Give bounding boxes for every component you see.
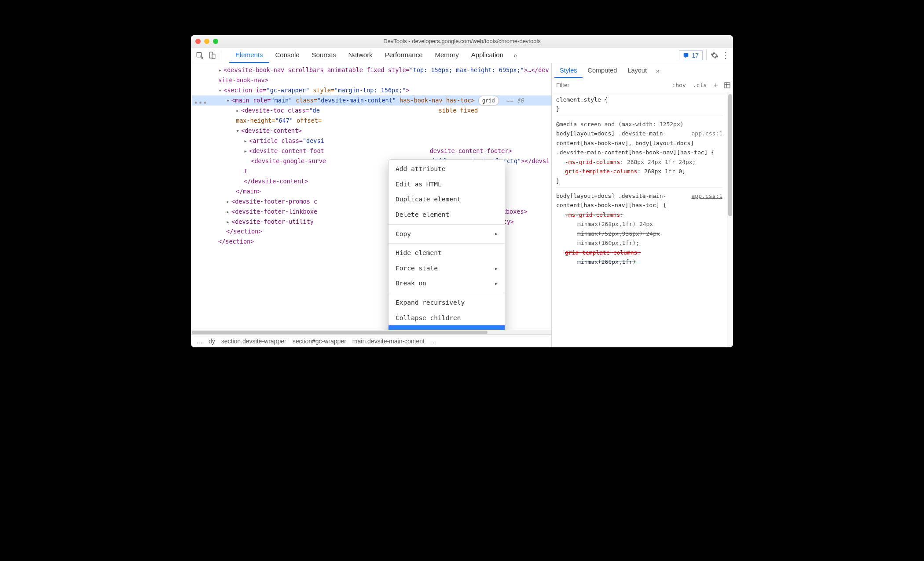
breadcrumb-overflow-left[interactable]: … bbox=[196, 338, 202, 345]
new-rule-icon[interactable]: + bbox=[710, 81, 722, 90]
ctx-break-on[interactable]: Break on bbox=[389, 276, 505, 291]
styles-panel: Styles Computed Layout » :hov .cls + ele… bbox=[552, 63, 733, 347]
main-toolbar: Elements Console Sources Network Perform… bbox=[191, 47, 733, 63]
errors-count: 17 bbox=[692, 52, 699, 59]
svg-rect-2 bbox=[212, 54, 215, 59]
tab-console[interactable]: Console bbox=[269, 47, 306, 63]
style-rules[interactable]: element.style { } @media screen and (max… bbox=[552, 92, 727, 347]
styles-filter-input[interactable] bbox=[552, 78, 668, 92]
tab-performance[interactable]: Performance bbox=[379, 47, 429, 63]
breadcrumb: … dy section.devsite-wrapper section#gc-… bbox=[191, 334, 551, 347]
tab-memory[interactable]: Memory bbox=[429, 47, 465, 63]
cls-button[interactable]: .cls bbox=[689, 82, 710, 88]
tab-elements[interactable]: Elements bbox=[229, 47, 269, 63]
breadcrumb-item[interactable]: section.devsite-wrapper bbox=[221, 338, 286, 345]
breadcrumb-item[interactable]: main.devsite-main-content bbox=[352, 338, 425, 345]
stylesheet-link[interactable]: app.css:1 bbox=[692, 129, 722, 138]
svg-rect-4 bbox=[725, 83, 730, 88]
breadcrumb-item[interactable]: dy bbox=[209, 338, 215, 345]
tab-sources[interactable]: Sources bbox=[306, 47, 342, 63]
ctx-copy[interactable]: Copy bbox=[389, 226, 505, 242]
stab-layout[interactable]: Layout bbox=[622, 63, 652, 78]
ctx-force-state[interactable]: Force state bbox=[389, 261, 505, 276]
ctx-duplicate-element[interactable]: Duplicate element bbox=[389, 192, 505, 207]
window-title: DevTools - developers.google.com/web/too… bbox=[191, 38, 733, 44]
ctx-capture-node-screenshot[interactable]: Capture node screenshot bbox=[389, 325, 505, 330]
tab-network[interactable]: Network bbox=[342, 47, 379, 63]
svg-rect-3 bbox=[684, 53, 689, 56]
titlebar: DevTools - developers.google.com/web/too… bbox=[191, 35, 733, 47]
ctx-add-attribute[interactable]: Add attribute bbox=[389, 161, 505, 177]
ctx-collapse-children[interactable]: Collapse children bbox=[389, 310, 505, 326]
kebab-icon[interactable]: ⋮ bbox=[721, 47, 730, 63]
stab-styles[interactable]: Styles bbox=[554, 63, 583, 78]
breadcrumb-item[interactable]: section#gc-wrapper bbox=[293, 338, 346, 345]
ctx-expand-recursively[interactable]: Expand recursively bbox=[389, 295, 505, 310]
dom-tree[interactable]: ▸<devsite-book-nav scrollbars animatable… bbox=[191, 63, 551, 330]
elements-panel: ▸<devsite-book-nav scrollbars animatable… bbox=[191, 63, 552, 347]
stab-computed[interactable]: Computed bbox=[583, 63, 623, 78]
device-toolbar-icon[interactable] bbox=[206, 47, 218, 63]
computed-toggle-icon[interactable] bbox=[722, 82, 733, 89]
gutter-dots-icon[interactable]: ••• bbox=[194, 97, 208, 109]
context-menu: Add attribute Edit as HTML Duplicate ele… bbox=[388, 159, 505, 330]
devtools-window: DevTools - developers.google.com/web/too… bbox=[191, 35, 733, 347]
stylesheet-link[interactable]: app.css:1 bbox=[692, 191, 722, 200]
horizontal-scrollbar[interactable] bbox=[191, 330, 551, 334]
hov-button[interactable]: :hov bbox=[668, 82, 689, 88]
inspect-element-icon[interactable] bbox=[194, 47, 206, 63]
selected-node[interactable]: ••• ▾<main role="main" class="devsite-ma… bbox=[192, 95, 551, 106]
breadcrumb-overflow-right[interactable]: … bbox=[431, 338, 437, 345]
panel-tabs: Elements Console Sources Network Perform… bbox=[229, 47, 677, 63]
grid-badge[interactable]: grid bbox=[478, 96, 499, 106]
tab-application[interactable]: Application bbox=[465, 47, 510, 63]
errors-badge[interactable]: 17 bbox=[679, 50, 703, 60]
styles-more-icon[interactable]: » bbox=[652, 67, 664, 74]
ctx-hide-element[interactable]: Hide element bbox=[389, 245, 505, 261]
ctx-edit-as-html[interactable]: Edit as HTML bbox=[389, 177, 505, 192]
vertical-scrollbar[interactable] bbox=[727, 92, 733, 347]
gear-icon[interactable] bbox=[708, 47, 721, 63]
ctx-delete-element[interactable]: Delete element bbox=[389, 207, 505, 222]
more-tabs-icon[interactable]: » bbox=[510, 47, 521, 63]
